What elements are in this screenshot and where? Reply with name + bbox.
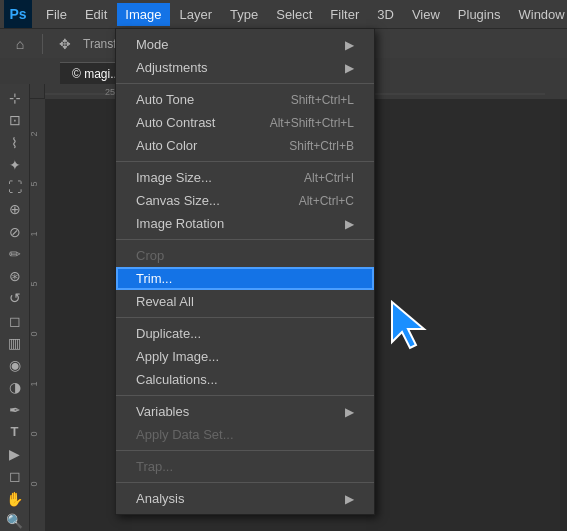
menu-item-mode[interactable]: Mode ▶ — [116, 33, 374, 56]
tool-heal[interactable]: ⊘ — [2, 222, 28, 242]
menu-item-mode-label: Mode — [136, 37, 169, 52]
adjustments-arrow-icon: ▶ — [345, 61, 354, 75]
variables-arrow-icon: ▶ — [345, 405, 354, 419]
tool-pen[interactable]: ✒ — [2, 400, 28, 420]
ruler-vertical: 2 5 1 5 0 1 0 0 — [30, 99, 45, 531]
menu-item-trap[interactable]: Trap... — [116, 455, 374, 478]
svg-text:2: 2 — [30, 131, 39, 136]
svg-text:5: 5 — [30, 181, 39, 186]
menu-item-image-rotation[interactable]: Image Rotation ▶ — [116, 212, 374, 235]
separator-1 — [42, 34, 43, 54]
menu-image[interactable]: Image — [117, 3, 169, 26]
separator-after-variables — [116, 450, 374, 451]
menu-filter[interactable]: Filter — [322, 3, 367, 26]
menu-item-image-size-label: Image Size... — [136, 170, 212, 185]
svg-text:0: 0 — [30, 331, 39, 336]
svg-text:0: 0 — [30, 481, 39, 486]
tool-history[interactable]: ↺ — [2, 288, 28, 308]
menu-type[interactable]: Type — [222, 3, 266, 26]
menu-item-image-size[interactable]: Image Size... Alt+Ctrl+I — [116, 166, 374, 189]
menu-edit[interactable]: Edit — [77, 3, 115, 26]
menu-item-auto-contrast[interactable]: Auto Contrast Alt+Shift+Ctrl+L — [116, 111, 374, 134]
svg-text:1: 1 — [30, 381, 39, 386]
separator-after-adjustments — [116, 83, 374, 84]
home-btn[interactable]: ⌂ — [8, 32, 32, 56]
menu-plugins[interactable]: Plugins — [450, 3, 509, 26]
menu-item-apply-image[interactable]: Apply Image... — [116, 345, 374, 368]
tool-lasso[interactable]: ⌇ — [2, 133, 28, 153]
svg-text:0: 0 — [30, 431, 39, 436]
menu-item-calculations[interactable]: Calculations... — [116, 368, 374, 391]
tool-path-select[interactable]: ▶ — [2, 444, 28, 464]
menu-item-apply-data-set-label: Apply Data Set... — [136, 427, 234, 442]
auto-tone-shortcut: Shift+Ctrl+L — [291, 93, 354, 107]
menu-item-reveal-all[interactable]: Reveal All — [116, 290, 374, 313]
image-rotation-arrow-icon: ▶ — [345, 217, 354, 231]
menu-item-auto-tone-label: Auto Tone — [136, 92, 194, 107]
menu-item-trim[interactable]: Trim... — [116, 267, 374, 290]
tool-blur[interactable]: ◉ — [2, 355, 28, 375]
analysis-arrow-icon: ▶ — [345, 492, 354, 506]
tool-gradient[interactable]: ▥ — [2, 333, 28, 353]
menu-3d[interactable]: 3D — [369, 3, 402, 26]
ps-logo: Ps — [4, 0, 32, 28]
menu-item-canvas-size[interactable]: Canvas Size... Alt+Ctrl+C — [116, 189, 374, 212]
menu-select[interactable]: Select — [268, 3, 320, 26]
auto-contrast-shortcut: Alt+Shift+Ctrl+L — [270, 116, 354, 130]
tool-clone[interactable]: ⊛ — [2, 266, 28, 286]
tool-select-rect[interactable]: ⊡ — [2, 110, 28, 130]
tool-dodge[interactable]: ◑ — [2, 377, 28, 397]
menu-item-calculations-label: Calculations... — [136, 372, 218, 387]
ruler-corner — [30, 84, 45, 99]
menu-item-auto-color[interactable]: Auto Color Shift+Ctrl+B — [116, 134, 374, 157]
tool-eraser[interactable]: ◻ — [2, 311, 28, 331]
tool-crop[interactable]: ⛶ — [2, 177, 28, 197]
menu-item-adjustments-label: Adjustments — [136, 60, 208, 75]
separator-after-rotation — [116, 239, 374, 240]
menu-item-crop-label: Crop — [136, 248, 164, 263]
tool-brush[interactable]: ✏ — [2, 244, 28, 264]
menu-item-duplicate-label: Duplicate... — [136, 326, 201, 341]
tools-panel: ⊹ ⊡ ⌇ ✦ ⛶ ⊕ ⊘ ✏ ⊛ ↺ ◻ ▥ ◉ ◑ ✒ T ▶ ◻ ✋ 🔍 — [0, 84, 30, 531]
tool-move[interactable]: ⊹ — [2, 88, 28, 108]
canvas-size-shortcut: Alt+Ctrl+C — [299, 194, 354, 208]
separator-after-auto-color — [116, 161, 374, 162]
menu-view[interactable]: View — [404, 3, 448, 26]
menu-item-auto-tone[interactable]: Auto Tone Shift+Ctrl+L — [116, 88, 374, 111]
svg-text:1: 1 — [30, 231, 39, 236]
image-dropdown-menu: Mode ▶ Adjustments ▶ Auto Tone Shift+Ctr… — [115, 28, 375, 515]
menu-layer[interactable]: Layer — [172, 3, 221, 26]
menu-item-analysis[interactable]: Analysis ▶ — [116, 487, 374, 510]
auto-color-shortcut: Shift+Ctrl+B — [289, 139, 354, 153]
svg-marker-13 — [392, 302, 424, 348]
move-tool-btn[interactable]: ✥ — [53, 32, 77, 56]
tool-magic-wand[interactable]: ✦ — [2, 155, 28, 175]
menu-item-duplicate[interactable]: Duplicate... — [116, 322, 374, 345]
image-size-shortcut: Alt+Ctrl+I — [304, 171, 354, 185]
menu-item-trap-label: Trap... — [136, 459, 173, 474]
tool-type[interactable]: T — [2, 422, 28, 442]
mode-arrow-icon: ▶ — [345, 38, 354, 52]
svg-rect-4 — [30, 99, 45, 531]
menu-item-crop[interactable]: Crop — [116, 244, 374, 267]
menu-file[interactable]: File — [38, 3, 75, 26]
svg-text:5: 5 — [30, 281, 39, 286]
separator-after-trap — [116, 482, 374, 483]
separator-after-calculations — [116, 395, 374, 396]
menu-item-trim-label: Trim... — [136, 271, 172, 286]
menu-item-analysis-label: Analysis — [136, 491, 184, 506]
menu-item-variables[interactable]: Variables ▶ — [116, 400, 374, 423]
tool-zoom[interactable]: 🔍 — [2, 511, 28, 531]
menu-item-image-rotation-label: Image Rotation — [136, 216, 224, 231]
menu-item-auto-contrast-label: Auto Contrast — [136, 115, 216, 130]
menu-item-adjustments[interactable]: Adjustments ▶ — [116, 56, 374, 79]
menu-bar: Ps File Edit Image Layer Type Select Fil… — [0, 0, 567, 28]
tool-eyedropper[interactable]: ⊕ — [2, 199, 28, 219]
menu-item-reveal-all-label: Reveal All — [136, 294, 194, 309]
menu-window[interactable]: Window — [510, 3, 567, 26]
tool-hand[interactable]: ✋ — [2, 489, 28, 509]
menu-item-canvas-size-label: Canvas Size... — [136, 193, 220, 208]
menu-item-apply-data-set[interactable]: Apply Data Set... — [116, 423, 374, 446]
menu-item-apply-image-label: Apply Image... — [136, 349, 219, 364]
tool-shape[interactable]: ◻ — [2, 466, 28, 486]
